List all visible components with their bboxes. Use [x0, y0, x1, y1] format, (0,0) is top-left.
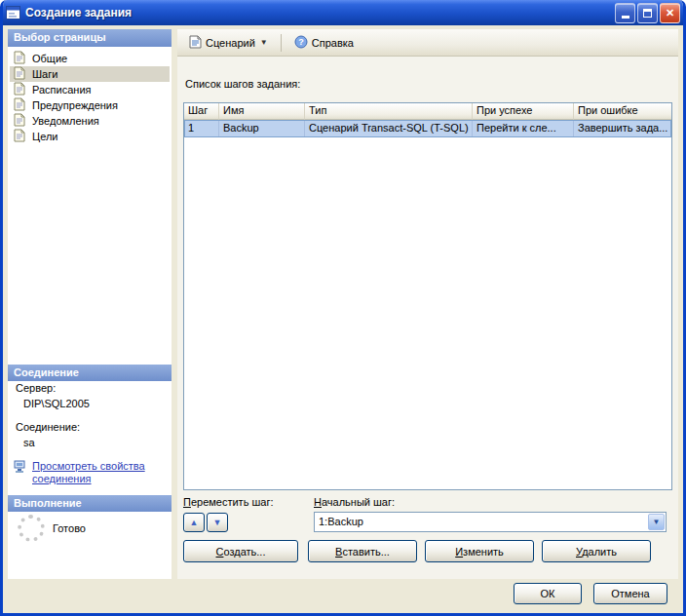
- title-bar[interactable]: Создание задания ✕: [0, 0, 686, 25]
- progress-status: Готово: [53, 522, 86, 534]
- page-icon: [14, 97, 25, 113]
- svg-text:?: ?: [298, 37, 304, 47]
- server-label: Сервер:: [16, 382, 56, 394]
- sidebar-item-notifications[interactable]: Уведомления: [10, 113, 170, 129]
- delete-step-button[interactable]: Удалить: [542, 540, 651, 562]
- move-down-button[interactable]: ▼: [207, 513, 228, 532]
- page-icon: [14, 66, 25, 82]
- column-header-on-success[interactable]: При успехе: [473, 103, 574, 120]
- column-header-type[interactable]: Тип: [305, 103, 473, 120]
- move-step-label: Переместить шаг:: [183, 496, 273, 508]
- cancel-button-label: Отмена: [611, 588, 649, 599]
- server-value: DIP\SQL2005: [23, 398, 90, 409]
- sidebar-item-steps[interactable]: Шаги: [10, 66, 170, 82]
- column-header-on-failure[interactable]: При ошибке: [574, 103, 671, 120]
- dialog-body: Выбор страницы Общие Шаги Расписания Пре…: [3, 25, 683, 613]
- sidebar-item-targets[interactable]: Цели: [10, 129, 170, 144]
- cancel-button[interactable]: Отмена: [593, 583, 667, 604]
- progress-section-header: Выполнение: [8, 495, 172, 512]
- minimize-button[interactable]: [615, 3, 635, 23]
- edit-step-label: Изменить: [426, 546, 533, 558]
- dropdown-arrow-icon: ▼: [653, 518, 661, 526]
- script-button[interactable]: Сценарий ▼: [183, 31, 274, 55]
- edit-step-button[interactable]: Изменить: [425, 540, 534, 562]
- window-title: Создание задания: [25, 6, 610, 19]
- start-step-combobox[interactable]: 1:Backup ▼: [314, 512, 667, 532]
- connection-properties-icon: [14, 460, 28, 485]
- script-button-label: Сценарий: [206, 37, 255, 49]
- connection-value: sa: [23, 437, 35, 448]
- maximize-icon: [643, 9, 652, 18]
- cell-on-failure: Завершить зада...: [574, 120, 671, 137]
- page-icon: [14, 51, 25, 66]
- sidebar-item-alerts[interactable]: Предупреждения: [10, 97, 170, 113]
- page-icon: [14, 129, 25, 144]
- new-job-dialog: Создание задания ✕ Выбор страницы Общие …: [0, 0, 686, 616]
- sidebar-item-label: Предупреждения: [29, 99, 121, 111]
- cell-type: Сценарий Transact-SQL (T-SQL): [305, 120, 473, 137]
- up-arrow-icon: ▲: [190, 518, 199, 527]
- page-list: Общие Шаги Расписания Предупреждения Уве…: [10, 51, 170, 144]
- help-icon: ?: [294, 35, 308, 51]
- minimize-icon: [622, 16, 629, 19]
- down-arrow-icon: ▼: [213, 518, 222, 527]
- cell-on-success: Перейти к сле...: [473, 120, 574, 137]
- insert-step-button[interactable]: Вставить...: [308, 540, 417, 562]
- close-icon: ✕: [666, 7, 674, 19]
- connection-label: Соединение:: [16, 421, 80, 433]
- maximize-button[interactable]: [637, 3, 658, 23]
- table-header-row: Шаг Имя Тип При успехе При ошибке: [184, 103, 671, 120]
- start-step-label: Начальный шаг:: [314, 496, 395, 508]
- view-connection-properties-link[interactable]: Просмотреть свойства соединения: [14, 460, 166, 485]
- help-button[interactable]: ? Справка: [288, 31, 360, 55]
- ok-button-label: ОК: [541, 588, 555, 599]
- main-panel: Сценарий ▼ ? Справка Список шагов задани…: [177, 29, 678, 579]
- close-button[interactable]: ✕: [660, 3, 680, 23]
- toolbar-separator: [281, 34, 282, 52]
- sidebar-item-label: Общие: [29, 53, 70, 64]
- table-row[interactable]: 1 Backup Сценарий Transact-SQL (T-SQL) П…: [184, 120, 671, 137]
- sidebar: Выбор страницы Общие Шаги Расписания Пре…: [8, 29, 172, 579]
- sidebar-item-label: Уведомления: [29, 115, 102, 127]
- cell-name: Backup: [219, 120, 305, 137]
- page-icon: [14, 113, 25, 129]
- combobox-dropdown-button[interactable]: ▼: [648, 514, 665, 530]
- toolbar: Сценарий ▼ ? Справка: [177, 29, 678, 57]
- connection-section-header: Соединение: [8, 365, 172, 381]
- ok-button[interactable]: ОК: [514, 583, 582, 604]
- pages-section-header: Выбор страницы: [8, 29, 172, 47]
- chevron-down-icon: ▼: [260, 38, 268, 47]
- window-icon: [6, 6, 20, 19]
- sidebar-item-label: Цели: [29, 131, 60, 142]
- insert-step-label: Вставить...: [309, 546, 416, 558]
- sidebar-item-general[interactable]: Общие: [10, 51, 170, 66]
- sidebar-item-label: Расписания: [29, 84, 94, 96]
- help-button-label: Справка: [312, 37, 354, 49]
- delete-step-label: Удалить: [543, 546, 650, 558]
- sidebar-item-label: Шаги: [29, 68, 60, 80]
- steps-list-label: Список шагов задания:: [185, 78, 300, 90]
- steps-table: Шаг Имя Тип При успехе При ошибке 1 Back…: [183, 102, 672, 490]
- page-icon: [14, 82, 25, 97]
- start-step-value: 1:Backup: [319, 516, 363, 527]
- create-step-label: Создать...: [184, 546, 297, 558]
- script-icon: [189, 35, 202, 51]
- create-step-button[interactable]: Создать...: [183, 540, 298, 562]
- move-up-button[interactable]: ▲: [183, 513, 205, 532]
- sidebar-item-schedules[interactable]: Расписания: [10, 82, 170, 97]
- link-text: Просмотреть свойства соединения: [32, 460, 161, 485]
- cell-step: 1: [184, 120, 219, 137]
- progress-spinner-icon: [18, 515, 45, 542]
- column-header-name[interactable]: Имя: [219, 103, 305, 120]
- column-header-step[interactable]: Шаг: [184, 103, 219, 120]
